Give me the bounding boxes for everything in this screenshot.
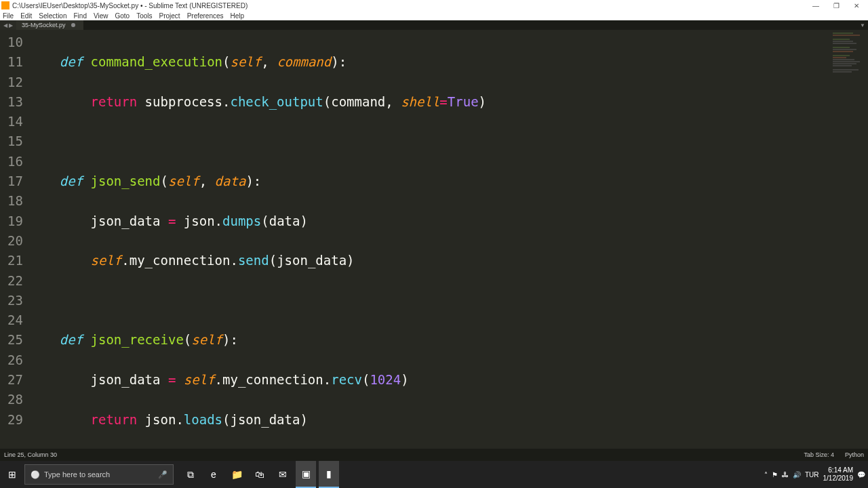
tray-lang[interactable]: TUR	[805, 471, 819, 479]
tab-dirty-icon[interactable]	[71, 23, 75, 27]
tray-up-icon[interactable]: ˄	[764, 471, 768, 479]
menu-find[interactable]: Find	[74, 12, 87, 20]
store-icon[interactable]: 🛍	[250, 461, 270, 488]
tab-label: 35-MySocket.py	[22, 22, 66, 28]
tab-dropdown[interactable]: ▼	[857, 22, 868, 28]
menu-file[interactable]: File	[3, 12, 14, 20]
task-view-icon[interactable]: ⧉	[180, 461, 201, 488]
explorer-icon[interactable]: 📁	[226, 461, 247, 488]
terminal-icon[interactable]: ▮	[319, 461, 339, 488]
title-bar: C:\Users\IEUser\Desktop\35-MySocket.py •…	[0, 0, 868, 11]
start-button[interactable]: ⊞	[0, 461, 24, 488]
search-box[interactable]: ⚪ Type here to search 🎤	[24, 464, 174, 485]
code-body[interactable]: def command_execution(self, command): re…	[28, 30, 868, 488]
tab-file[interactable]: 35-MySocket.py	[16, 20, 83, 30]
tray-network-icon[interactable]: 🖧	[782, 471, 789, 479]
window-title: C:\Users\IEUser\Desktop\35-MySocket.py •…	[12, 2, 806, 9]
status-position: Line 25, Column 30	[4, 451, 804, 458]
menu-help[interactable]: Help	[231, 12, 245, 20]
tray-flag-icon[interactable]: ⚑	[772, 471, 778, 479]
taskbar: ⊞ ⚪ Type here to search 🎤 ⧉ e 📁 🛍 ✉ ▣ ▮ …	[0, 461, 868, 488]
menu-tools[interactable]: Tools	[136, 12, 152, 20]
edge-icon[interactable]: e	[203, 461, 224, 488]
gutter: 1011121314151617181920212223242526272829	[0, 30, 28, 488]
menu-selection[interactable]: Selection	[39, 12, 66, 20]
close-button[interactable]: ✕	[846, 0, 867, 11]
minimize-button[interactable]: —	[806, 0, 826, 11]
search-icon: ⚪	[31, 470, 40, 479]
tray-volume-icon[interactable]: 🔊	[793, 471, 801, 479]
tab-nav[interactable]: ◀▶	[0, 20, 16, 30]
status-tab-size[interactable]: Tab Size: 4	[804, 451, 834, 458]
editor: ◀▶ 35-MySocket.py ▼ 10111213141516171819…	[0, 20, 868, 464]
menu-preferences[interactable]: Preferences	[187, 12, 224, 20]
sublime-icon[interactable]: ▣	[296, 461, 316, 488]
menu-edit[interactable]: Edit	[20, 12, 32, 20]
mic-icon[interactable]: 🎤	[158, 470, 167, 479]
menu-project[interactable]: Project	[159, 12, 180, 20]
menu-view[interactable]: View	[94, 12, 108, 20]
code-area[interactable]: 1011121314151617181920212223242526272829…	[0, 30, 868, 488]
search-placeholder: Type here to search	[44, 470, 110, 479]
tab-bar: ◀▶ 35-MySocket.py ▼	[0, 20, 868, 30]
menu-bar: File Edit Selection Find View Goto Tools…	[0, 11, 868, 20]
maximize-button[interactable]: ❐	[826, 0, 846, 11]
status-syntax[interactable]: Python	[845, 451, 864, 458]
app-icon	[1, 1, 9, 9]
status-bar: Line 25, Column 30 Tab Size: 4 Python	[0, 449, 868, 461]
mail-icon[interactable]: ✉	[273, 461, 293, 488]
tray-clock[interactable]: 6:14 AM 1/12/2019	[823, 466, 854, 483]
minimap[interactable]	[833, 33, 867, 439]
menu-goto[interactable]: Goto	[115, 12, 130, 20]
tray-notifications-icon[interactable]: 💬	[857, 471, 865, 479]
